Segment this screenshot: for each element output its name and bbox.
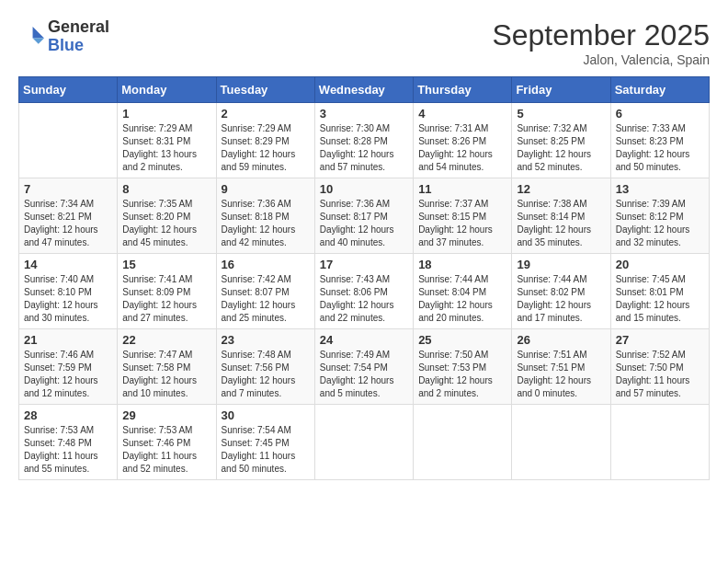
weekday-header-tuesday: Tuesday [216,77,314,103]
day-info: Sunrise: 7:45 AM Sunset: 8:01 PM Dayligh… [616,273,704,325]
day-info: Sunrise: 7:35 AM Sunset: 8:20 PM Dayligh… [122,198,210,249]
day-info: Sunrise: 7:33 AM Sunset: 8:23 PM Dayligh… [616,122,704,174]
day-info: Sunrise: 7:44 AM Sunset: 8:02 PM Dayligh… [517,273,605,325]
day-info: Sunrise: 7:38 AM Sunset: 8:14 PM Dayligh… [517,198,605,249]
day-info: Sunrise: 7:48 AM Sunset: 7:56 PM Dayligh… [222,349,310,400]
day-number: 20 [616,258,704,271]
day-info: Sunrise: 7:39 AM Sunset: 8:12 PM Dayligh… [616,198,704,249]
week-row-3: 14Sunrise: 7:40 AM Sunset: 8:10 PM Dayli… [19,254,710,329]
day-cell: 11Sunrise: 7:37 AM Sunset: 8:15 PM Dayli… [414,178,512,254]
day-cell [610,405,709,480]
day-info: Sunrise: 7:32 AM Sunset: 8:25 PM Dayligh… [517,122,605,174]
day-cell: 8Sunrise: 7:35 AM Sunset: 8:20 PM Daylig… [118,178,216,254]
day-cell [314,405,413,480]
weekday-header-friday: Friday [512,77,610,103]
week-row-2: 7Sunrise: 7:34 AM Sunset: 8:21 PM Daylig… [19,178,710,254]
day-number: 4 [418,107,506,121]
calendar-subtitle: Jalon, Valencia, Spain [492,52,710,67]
day-cell: 12Sunrise: 7:38 AM Sunset: 8:14 PM Dayli… [512,178,610,254]
day-number: 24 [320,333,408,347]
day-number: 1 [122,107,210,121]
day-info: Sunrise: 7:49 AM Sunset: 7:54 PM Dayligh… [320,349,408,400]
day-info: Sunrise: 7:36 AM Sunset: 8:18 PM Dayligh… [222,198,310,249]
day-cell: 23Sunrise: 7:48 AM Sunset: 7:56 PM Dayli… [216,329,314,405]
day-info: Sunrise: 7:53 AM Sunset: 7:46 PM Dayligh… [122,424,210,476]
day-cell [414,405,512,480]
day-info: Sunrise: 7:53 AM Sunset: 7:48 PM Dayligh… [24,424,112,476]
day-cell: 29Sunrise: 7:53 AM Sunset: 7:46 PM Dayli… [118,405,216,480]
day-info: Sunrise: 7:31 AM Sunset: 8:26 PM Dayligh… [418,122,506,174]
day-cell: 27Sunrise: 7:52 AM Sunset: 7:50 PM Dayli… [610,329,709,405]
day-info: Sunrise: 7:42 AM Sunset: 8:07 PM Dayligh… [222,273,310,325]
day-number: 25 [418,333,506,347]
day-cell: 30Sunrise: 7:54 AM Sunset: 7:45 PM Dayli… [216,405,314,480]
day-cell: 5Sunrise: 7:32 AM Sunset: 8:25 PM Daylig… [512,103,610,178]
day-number: 13 [616,182,704,196]
day-cell: 22Sunrise: 7:47 AM Sunset: 7:58 PM Dayli… [118,329,216,405]
weekday-header-row: SundayMondayTuesdayWednesdayThursdayFrid… [19,77,710,103]
day-cell: 2Sunrise: 7:29 AM Sunset: 8:29 PM Daylig… [216,103,314,178]
day-number: 9 [222,182,310,196]
day-cell: 1Sunrise: 7:29 AM Sunset: 8:31 PM Daylig… [118,103,216,178]
day-info: Sunrise: 7:52 AM Sunset: 7:50 PM Dayligh… [616,349,704,400]
day-cell: 13Sunrise: 7:39 AM Sunset: 8:12 PM Dayli… [610,178,709,254]
svg-marker-1 [33,38,44,43]
day-info: Sunrise: 7:54 AM Sunset: 7:45 PM Dayligh… [222,424,310,476]
day-number: 10 [320,182,408,196]
logo-icon [18,24,44,50]
calendar-title: September 2025 [492,18,710,52]
day-info: Sunrise: 7:43 AM Sunset: 8:06 PM Dayligh… [320,273,408,325]
day-number: 2 [222,107,310,121]
day-number: 21 [24,333,112,347]
week-row-5: 28Sunrise: 7:53 AM Sunset: 7:48 PM Dayli… [19,405,710,480]
day-cell [512,405,610,480]
day-number: 6 [616,107,704,121]
day-info: Sunrise: 7:51 AM Sunset: 7:51 PM Dayligh… [517,349,605,400]
week-row-1: 1Sunrise: 7:29 AM Sunset: 8:31 PM Daylig… [19,103,710,178]
weekday-header-wednesday: Wednesday [314,77,413,103]
day-info: Sunrise: 7:30 AM Sunset: 8:28 PM Dayligh… [320,122,408,174]
day-number: 29 [122,408,210,422]
day-number: 23 [222,333,310,347]
day-cell: 16Sunrise: 7:42 AM Sunset: 8:07 PM Dayli… [216,254,314,329]
day-number: 17 [320,258,408,271]
day-info: Sunrise: 7:36 AM Sunset: 8:17 PM Dayligh… [320,198,408,249]
page-header: General Blue September 2025 Jalon, Valen… [18,18,710,67]
day-cell: 15Sunrise: 7:41 AM Sunset: 8:09 PM Dayli… [118,254,216,329]
day-cell: 4Sunrise: 7:31 AM Sunset: 8:26 PM Daylig… [414,103,512,178]
day-info: Sunrise: 7:34 AM Sunset: 8:21 PM Dayligh… [24,198,112,249]
day-number: 22 [122,333,210,347]
day-cell: 25Sunrise: 7:50 AM Sunset: 7:53 PM Dayli… [414,329,512,405]
title-block: September 2025 Jalon, Valencia, Spain [492,18,710,67]
day-info: Sunrise: 7:44 AM Sunset: 8:04 PM Dayligh… [418,273,506,325]
day-cell: 24Sunrise: 7:49 AM Sunset: 7:54 PM Dayli… [314,329,413,405]
day-cell: 18Sunrise: 7:44 AM Sunset: 8:04 PM Dayli… [414,254,512,329]
day-number: 8 [122,182,210,196]
day-cell: 7Sunrise: 7:34 AM Sunset: 8:21 PM Daylig… [19,178,118,254]
day-number: 19 [517,258,605,271]
day-number: 30 [222,408,310,422]
day-cell: 20Sunrise: 7:45 AM Sunset: 8:01 PM Dayli… [610,254,709,329]
day-number: 18 [418,258,506,271]
day-cell: 28Sunrise: 7:53 AM Sunset: 7:48 PM Dayli… [19,405,118,480]
day-cell: 17Sunrise: 7:43 AM Sunset: 8:06 PM Dayli… [314,254,413,329]
day-cell: 9Sunrise: 7:36 AM Sunset: 8:18 PM Daylig… [216,178,314,254]
day-number: 5 [517,107,605,121]
day-info: Sunrise: 7:37 AM Sunset: 8:15 PM Dayligh… [418,198,506,249]
logo-text: General Blue [48,18,109,55]
day-number: 26 [517,333,605,347]
day-info: Sunrise: 7:46 AM Sunset: 7:59 PM Dayligh… [24,349,112,400]
day-number: 16 [222,258,310,271]
day-cell: 21Sunrise: 7:46 AM Sunset: 7:59 PM Dayli… [19,329,118,405]
day-cell: 26Sunrise: 7:51 AM Sunset: 7:51 PM Dayli… [512,329,610,405]
day-cell [19,103,118,178]
day-info: Sunrise: 7:40 AM Sunset: 8:10 PM Dayligh… [24,273,112,325]
day-info: Sunrise: 7:29 AM Sunset: 8:31 PM Dayligh… [122,122,210,174]
day-number: 12 [517,182,605,196]
day-number: 15 [122,258,210,271]
week-row-4: 21Sunrise: 7:46 AM Sunset: 7:59 PM Dayli… [19,329,710,405]
calendar-table: SundayMondayTuesdayWednesdayThursdayFrid… [18,76,710,480]
logo: General Blue [18,18,109,55]
day-number: 11 [418,182,506,196]
day-number: 27 [616,333,704,347]
